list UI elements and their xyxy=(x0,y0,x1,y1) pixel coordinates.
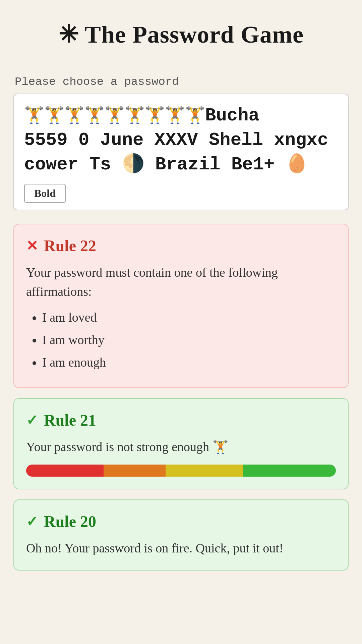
rule-21-title: Rule 21 xyxy=(44,411,96,429)
rule-22-status-icon: ✕ xyxy=(26,237,38,254)
rule-22-card: ✕ Rule 22 Your password must contain one… xyxy=(13,224,349,388)
rule-21-body: Your password is not strong enough 🏋️ xyxy=(26,437,336,477)
password-line2: 5559 0 June XXXV Shell xngxc xyxy=(24,130,328,150)
strength-green xyxy=(243,465,336,477)
title-area: ✳ The Password Game xyxy=(13,20,349,49)
strength-yellow xyxy=(166,465,243,477)
rule-20-description: Oh no! Your password is on fire. Quick, … xyxy=(26,541,283,555)
rule-21-card: ✓ Rule 21 Your password is not strong en… xyxy=(13,398,349,489)
password-word-bucha: Bucha xyxy=(205,105,259,126)
bold-button[interactable]: Bold xyxy=(24,184,66,203)
password-line3: cower Ts 🌗 Brazil Be1+ 🥚 xyxy=(24,154,308,175)
weightlifter-emojis: 🏋️🏋️🏋️🏋️🏋️🏋️🏋️🏋️🏋️ xyxy=(24,107,205,125)
rule-20-status-icon: ✓ xyxy=(26,513,38,530)
strength-bar xyxy=(26,465,336,477)
rule-22-body: Your password must contain one of the fo… xyxy=(26,263,336,372)
rule-22-item-1: I am loved xyxy=(42,308,336,327)
page-container: ✳ The Password Game Please choose a pass… xyxy=(0,0,362,644)
password-label: Please choose a password xyxy=(15,75,349,88)
rule-21-description: Your password is not strong enough 🏋️ xyxy=(26,440,228,454)
password-box[interactable]: 🏋️🏋️🏋️🏋️🏋️🏋️🏋️🏋️🏋️Bucha 5559 0 June XXXV… xyxy=(13,94,349,210)
password-content: 🏋️🏋️🏋️🏋️🏋️🏋️🏋️🏋️🏋️Bucha 5559 0 June XXXV… xyxy=(24,104,338,177)
rule-20-header: ✓ Rule 20 xyxy=(26,512,336,531)
rule-21-status-icon: ✓ xyxy=(26,412,38,428)
title-label: The Password Game xyxy=(85,21,304,48)
rule-22-description: Your password must contain one of the fo… xyxy=(26,265,278,299)
rule-20-title: Rule 20 xyxy=(44,512,96,531)
rule-21-header: ✓ Rule 21 xyxy=(26,411,336,429)
rule-22-header: ✕ Rule 22 xyxy=(26,236,336,255)
rule-22-item-3: I am enough xyxy=(42,353,336,372)
rule-22-list: I am loved I am worthy I am enough xyxy=(42,308,336,372)
rule-22-item-2: I am worthy xyxy=(42,330,336,350)
title-asterisk: ✳ xyxy=(58,21,79,48)
strength-red xyxy=(26,465,104,477)
strength-orange xyxy=(104,465,166,477)
page-title: ✳ The Password Game xyxy=(13,20,349,49)
rule-20-card: ✓ Rule 20 Oh no! Your password is on fir… xyxy=(13,499,349,571)
rule-20-body: Oh no! Your password is on fire. Quick, … xyxy=(26,539,336,558)
rule-22-title: Rule 22 xyxy=(44,236,96,255)
